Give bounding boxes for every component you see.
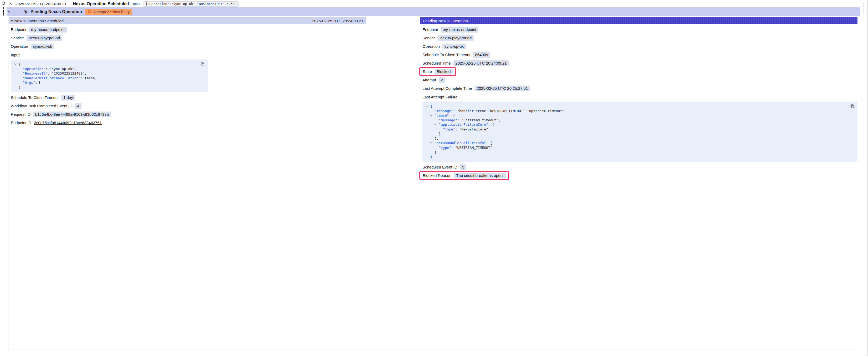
collapse-chevron-icon[interactable] bbox=[426, 105, 428, 107]
field-label: Workflow Task Completed Event ID bbox=[11, 104, 72, 108]
field-row-attempt: Attempt2 bbox=[423, 77, 858, 83]
code-line: "nexusHandlerFailureInfo": { bbox=[426, 141, 854, 145]
field-label: Attempt bbox=[423, 78, 436, 82]
code-line: "message": "upstream timeout", bbox=[426, 118, 854, 123]
field-value: my-nexus-endpoint bbox=[440, 27, 478, 33]
field-label: Schedule To Close Timeout bbox=[423, 53, 470, 57]
field-row-request-id: Request IDb1c6a4bc-8ee7-468a-9169-df3b02… bbox=[11, 111, 366, 117]
field-value: 4 bbox=[75, 103, 82, 109]
retry-icon bbox=[88, 10, 91, 14]
field-value: 2 bbox=[439, 77, 445, 83]
field-row-operation: Operationsync-op-ok bbox=[11, 43, 366, 50]
field-label: Schedule To Close Timeout bbox=[11, 95, 59, 100]
field-label: Blocked Reason bbox=[423, 173, 451, 178]
pending-operation-title: Pending Nexus Operation bbox=[30, 9, 82, 14]
field-row-blocked-reason: Blocked ReasonThe circuit breaker is ope… bbox=[423, 172, 858, 178]
code-line: "type": "NexusFailure" bbox=[426, 127, 854, 132]
event-fields-top: Endpointmy-nexus-endpointServicenexus-pl… bbox=[9, 27, 366, 50]
field-row-schedule-to-close-timeout: Schedule To Close Timeout1 day bbox=[11, 95, 366, 100]
pending-panel-header: Pending Nexus Operation bbox=[420, 17, 858, 24]
event-input-label: Input bbox=[133, 2, 141, 6]
field-value: b1c6a4bc-8ee7-468a-9169-df3b02c8737b bbox=[33, 111, 111, 117]
field-row-workflow-task-completed-event-id: Workflow Task Completed Event ID4 bbox=[11, 103, 366, 109]
field-value: 1 day bbox=[61, 95, 75, 100]
field-value: my-nexus-endpoint bbox=[29, 27, 67, 33]
timeline-dotted-line bbox=[3, 10, 4, 16]
temporal-event-history-window: 5 2025-02-25 UTC 20:24:09.21 Nexus Opera… bbox=[0, 0, 867, 356]
field-value: 2025-02-25 UTC 20:24:09.21 bbox=[454, 60, 509, 66]
code-line: "Args": bbox=[14, 80, 205, 85]
event-panel-header: 5 Nexus Operation Scheduled 2025-02-25 U… bbox=[9, 17, 366, 24]
field-label: Scheduled Time bbox=[423, 61, 451, 65]
field-row-service: Servicenexus-playground bbox=[423, 35, 858, 41]
field-row-endpoint-id: Endpoint ID3c0c75ccfa8144b092c13ce632463… bbox=[11, 120, 366, 126]
history-main-area: 5 2025-02-25 UTC 20:24:09.21 Nexus Opera… bbox=[6, 0, 860, 356]
event-timestamp: 2025-02-25 UTC 20:24:09.21 bbox=[15, 2, 66, 6]
collapse-chevron-icon[interactable] bbox=[430, 142, 432, 143]
field-label: State bbox=[423, 69, 432, 74]
input-code-block: {"Operation": "sync-op-ok","BusinessID":… bbox=[11, 60, 208, 92]
nexus-asterisk-icon bbox=[24, 10, 28, 14]
field-value: The circuit breaker is open. bbox=[454, 173, 506, 178]
collapse-chevron-icon[interactable] bbox=[14, 63, 17, 65]
code-line: { bbox=[426, 104, 854, 109]
empty-array-icon bbox=[39, 81, 42, 84]
event-details-panel: 5 Nexus Operation Scheduled 2025-02-25 U… bbox=[8, 16, 858, 350]
input-section-label: Input bbox=[11, 53, 366, 57]
field-row-operation: Operationsync-op-ok bbox=[423, 43, 858, 50]
field-value: 5 bbox=[460, 164, 466, 170]
event-title: Nexus Operation Scheduled bbox=[73, 2, 129, 6]
field-row-scheduled-event-id: Scheduled Event ID5 bbox=[423, 164, 858, 170]
code-line: { bbox=[14, 62, 205, 67]
scrollbar-dot bbox=[864, 11, 864, 12]
scrollbar-rail[interactable] bbox=[860, 0, 867, 356]
event-detail-column: 5 Nexus Operation Scheduled 2025-02-25 U… bbox=[9, 17, 366, 350]
pending-fields-bottom: Scheduled Event ID5Blocked ReasonThe cir… bbox=[420, 164, 858, 178]
timeline-dot-icon bbox=[3, 7, 4, 9]
scrollbar-dot bbox=[864, 8, 864, 10]
field-value: nexus-playground bbox=[27, 35, 62, 41]
field-value: sync-op-ok bbox=[442, 43, 466, 50]
scrollbar-dot bbox=[864, 3, 864, 4]
failure-code-block: {"message": "handler error (UPSTREAM_TIM… bbox=[423, 102, 858, 162]
field-row-last-attempt-complete-time: Last Attempt Complete Time2025-02-25 UTC… bbox=[423, 85, 858, 91]
field-row-state: StateBlocked bbox=[423, 68, 858, 74]
field-value: Blocked bbox=[435, 69, 453, 74]
code-line: } bbox=[426, 150, 854, 155]
pending-operation-column: Pending Nexus Operation Endpointmy-nexus… bbox=[420, 17, 858, 350]
field-label: Last Attempt Complete Time bbox=[423, 86, 472, 91]
annotation-highlight: StateBlocked bbox=[419, 67, 456, 76]
code-line: "cause": { bbox=[426, 113, 854, 118]
pending-event-id-link[interactable]: 5 bbox=[8, 10, 10, 14]
timeline-gutter bbox=[0, 0, 6, 356]
code-line: }, bbox=[426, 136, 854, 141]
history-row-pending-selected[interactable]: 5 Pending Nexus Operation Attempt 2 • Ne… bbox=[6, 7, 860, 16]
annotation-highlight: Blocked ReasonThe circuit breaker is ope… bbox=[419, 171, 509, 180]
event-fields-bottom: Schedule To Close Timeout1 dayWorkflow T… bbox=[9, 95, 366, 126]
pending-fields-top: Endpointmy-nexus-endpointServicenexus-pl… bbox=[420, 27, 858, 91]
field-row-schedule-to-close-timeout: Schedule To Close Timeout86400s bbox=[423, 52, 858, 58]
field-row-endpoint: Endpointmy-nexus-endpoint bbox=[423, 27, 858, 33]
field-value: nexus-playground bbox=[438, 35, 474, 41]
attempt-badge-label: Attempt 2 • Next Retry bbox=[93, 10, 130, 14]
input-preview-chip: {"Operation":"sync-op-ok","BusinessID":"… bbox=[143, 1, 239, 6]
code-line: } bbox=[426, 131, 854, 136]
field-label: Scheduled Event ID bbox=[423, 165, 457, 169]
field-value: 86400s bbox=[473, 52, 490, 58]
code-line: } bbox=[14, 85, 205, 90]
field-value: sync-op-ok bbox=[31, 43, 54, 50]
event-panel-timestamp: 2025-02-25 UTC 20:24:09.21 bbox=[312, 19, 363, 23]
failure-section-label: Last Attempt Failure bbox=[423, 95, 858, 99]
collapse-chevron-icon[interactable] bbox=[430, 115, 432, 116]
event-id-link[interactable]: 5 bbox=[9, 2, 11, 6]
history-row-event[interactable]: 5 2025-02-25 UTC 20:24:09.21 Nexus Opera… bbox=[6, 0, 860, 7]
field-label: Request ID bbox=[11, 112, 30, 117]
input-json: {"Operation": "sync-op-ok","BusinessID":… bbox=[14, 62, 205, 90]
field-value[interactable]: 3c0c75ccfa8144b092c13ce632463761 bbox=[34, 121, 102, 125]
field-label: Operation bbox=[11, 44, 28, 48]
timeline-start-icon bbox=[2, 1, 5, 5]
field-label: Service bbox=[423, 36, 436, 40]
scrollbar-dot bbox=[864, 5, 864, 7]
collapse-chevron-icon[interactable] bbox=[434, 124, 437, 125]
field-label: Endpoint bbox=[11, 27, 26, 32]
